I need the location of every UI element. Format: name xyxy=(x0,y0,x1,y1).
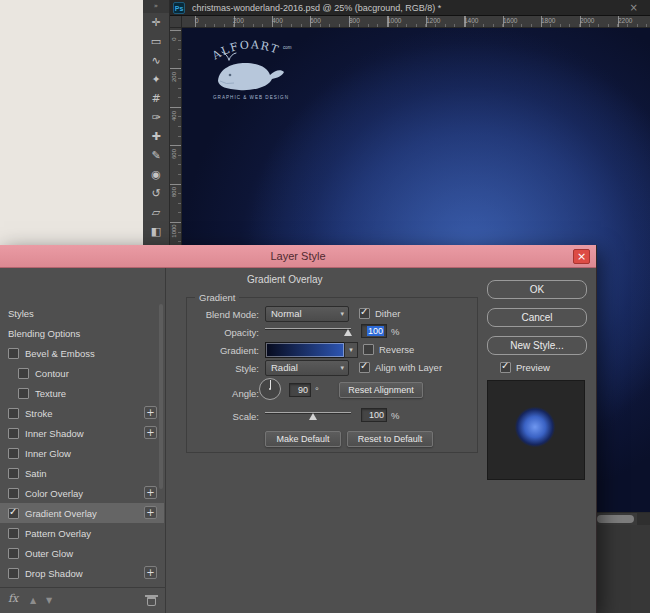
checkbox-checked[interactable]: ✓ xyxy=(8,508,19,519)
whale-eye xyxy=(229,74,232,77)
checkbox-checked[interactable]: ✓ xyxy=(500,362,511,373)
add-effect-icon[interactable]: + xyxy=(144,426,157,439)
checkbox[interactable] xyxy=(8,488,19,499)
ruler-tick-label: 1400 xyxy=(464,17,478,24)
add-effect-icon[interactable]: + xyxy=(144,406,157,419)
dialog-close-icon[interactable]: × xyxy=(573,249,590,264)
style-item-inner-glow[interactable]: Inner Glow xyxy=(0,443,164,463)
checkbox[interactable] xyxy=(8,408,19,419)
toolbar-collapse-chevrons-icon[interactable]: » xyxy=(143,0,169,13)
tab-close-icon[interactable]: × xyxy=(630,0,638,15)
gradient-swatch[interactable] xyxy=(265,342,345,358)
scale-slider[interactable] xyxy=(265,407,351,421)
angle-input[interactable]: 90 xyxy=(289,383,311,397)
preview-checkbox[interactable]: ✓ Preview xyxy=(500,362,550,373)
style-item-stroke[interactable]: Stroke+ xyxy=(0,403,164,423)
screenshot-stage: ALFOART com GRAPHIC & WEB DESIGN » ✛ ▭ ∿… xyxy=(0,0,650,613)
clone-stamp-tool-icon[interactable]: ◉ xyxy=(143,165,169,184)
ruler-tick-label: 1000 xyxy=(171,219,177,243)
style-select[interactable]: Radial ▾ xyxy=(265,360,349,376)
blend-mode-label: Blend Mode: xyxy=(187,309,259,320)
checkbox[interactable] xyxy=(8,348,19,359)
styles-list-scrollbar[interactable] xyxy=(159,304,163,489)
marquee-tool-icon[interactable]: ▭ xyxy=(143,32,169,51)
move-tool-icon[interactable]: ✛ xyxy=(143,13,169,32)
reverse-checkbox[interactable]: Reverse xyxy=(363,344,414,355)
gradient-picker-arrow-icon[interactable]: ▾ xyxy=(344,342,358,358)
gradient-tool-icon[interactable]: ◧ xyxy=(143,222,169,241)
style-item-outer-glow[interactable]: Outer Glow xyxy=(0,543,164,563)
style-item-styles[interactable]: Styles xyxy=(0,303,164,323)
chevron-down-icon: ▾ xyxy=(340,311,344,318)
delete-effect-icon[interactable] xyxy=(147,597,156,606)
angle-dial[interactable] xyxy=(259,378,281,400)
reset-alignment-button[interactable]: Reset Alignment xyxy=(339,382,423,398)
checkbox[interactable] xyxy=(8,468,19,479)
history-brush-tool-icon[interactable]: ↺ xyxy=(143,184,169,203)
style-item-inner-shadow[interactable]: Inner Shadow+ xyxy=(0,423,164,443)
style-label: Style: xyxy=(187,363,259,374)
opacity-input[interactable]: 100 xyxy=(361,324,387,338)
add-effect-icon[interactable]: + xyxy=(144,486,157,499)
group-label: Gradient xyxy=(195,292,239,303)
eyedropper-tool-icon[interactable]: ✑ xyxy=(143,108,169,127)
lasso-tool-icon[interactable]: ∿ xyxy=(143,51,169,70)
checkbox[interactable] xyxy=(8,528,19,539)
check-icon: ✓ xyxy=(360,306,368,317)
ruler-tick-label: 400 xyxy=(171,104,177,128)
brush-tool-icon[interactable]: ✎ xyxy=(143,146,169,165)
style-item-color-overlay[interactable]: Color Overlay+ xyxy=(0,483,164,503)
alfoart-logo: ALFOART com GRAPHIC & WEB DESIGN xyxy=(205,30,293,102)
ok-button[interactable]: OK xyxy=(487,280,587,299)
style-item-drop-shadow[interactable]: Drop Shadow+ xyxy=(0,563,164,583)
add-effect-icon[interactable]: + xyxy=(144,506,157,519)
checkbox[interactable] xyxy=(8,428,19,439)
checkbox-checked[interactable]: ✓ xyxy=(359,362,370,373)
style-item-pattern-overlay[interactable]: Pattern Overlay xyxy=(0,523,164,543)
new-style-button[interactable]: New Style... xyxy=(487,336,587,355)
checkbox[interactable] xyxy=(8,568,19,579)
style-item-contour[interactable]: Contour xyxy=(0,363,164,383)
scrollbar-thumb[interactable] xyxy=(597,515,634,523)
blend-mode-select[interactable]: Normal ▾ xyxy=(265,306,349,322)
crop-tool-icon[interactable]: # xyxy=(143,89,169,108)
document-tab[interactable]: Ps christmas-wonderland-2016.psd @ 25% (… xyxy=(170,0,650,16)
make-default-button[interactable]: Make Default xyxy=(265,431,341,447)
checkbox[interactable] xyxy=(363,344,374,355)
style-item-satin[interactable]: Satin xyxy=(0,463,164,483)
opacity-unit: % xyxy=(391,326,399,337)
dialog-titlebar[interactable]: Layer Style × xyxy=(0,245,596,268)
style-item-bevel-emboss[interactable]: Bevel & Emboss xyxy=(0,343,164,363)
fx-icon[interactable]: fx xyxy=(8,592,18,605)
style-item-texture[interactable]: Texture xyxy=(0,383,164,403)
ruler-tick-label: 600 xyxy=(171,142,177,166)
eraser-tool-icon[interactable]: ▱ xyxy=(143,203,169,222)
gradient-label: Gradient: xyxy=(187,345,259,356)
checkbox[interactable] xyxy=(8,548,19,559)
quick-select-tool-icon[interactable]: ✦ xyxy=(143,70,169,89)
ruler-tick-label: 1800 xyxy=(541,17,555,24)
reset-to-default-button[interactable]: Reset to Default xyxy=(347,431,433,447)
logo-subtitle: GRAPHIC & WEB DESIGN xyxy=(213,95,289,100)
checkbox[interactable] xyxy=(8,448,19,459)
tools-panel: » ✛ ▭ ∿ ✦ # ✑ ✚ ✎ ◉ ↺ ▱ ◧ xyxy=(143,0,170,245)
style-item-gradient-overlay[interactable]: ✓Gradient Overlay+ xyxy=(0,503,164,523)
scale-input[interactable]: 100 xyxy=(361,408,387,422)
dither-checkbox[interactable]: ✓ Dither xyxy=(359,308,400,319)
healing-tool-icon[interactable]: ✚ xyxy=(143,127,169,146)
checkbox[interactable] xyxy=(18,388,29,399)
move-effect-down-icon[interactable]: ▼ xyxy=(46,596,52,605)
checkbox-checked[interactable]: ✓ xyxy=(359,308,370,319)
align-with-layer-checkbox[interactable]: ✓ Align with Layer xyxy=(359,362,442,373)
cancel-button[interactable]: Cancel xyxy=(487,308,587,327)
ruler-tick-label: 200 xyxy=(233,17,244,24)
ruler-tick-label: 1200 xyxy=(426,17,440,24)
checkbox[interactable] xyxy=(18,368,29,379)
move-effect-up-icon[interactable]: ▲ xyxy=(30,596,36,605)
ruler-tick-label: 0 xyxy=(171,27,177,51)
slider-thumb[interactable] xyxy=(344,329,352,336)
add-effect-icon[interactable]: + xyxy=(144,566,157,579)
opacity-slider[interactable] xyxy=(265,323,351,337)
style-item-blending-options[interactable]: Blending Options xyxy=(0,323,164,343)
slider-thumb[interactable] xyxy=(309,413,317,420)
